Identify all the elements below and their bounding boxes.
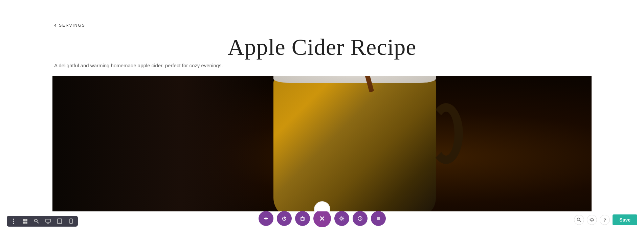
servings-label: 4 SERVINGS [54,23,85,28]
recipe-title: Apple Cider Recipe [0,34,644,61]
mug-handle [429,103,463,164]
cream-topping [273,76,436,83]
svg-rect-3 [23,219,25,221]
center-controls [259,210,386,227]
desktop-icon[interactable] [45,218,51,225]
svg-point-25 [341,218,342,220]
add-button[interactable] [259,211,273,226]
svg-line-8 [37,222,39,224]
layers-button[interactable] [587,215,597,225]
close-button[interactable] [313,210,331,227]
bottom-toolbar: ? Save [0,211,644,230]
svg-rect-6 [25,222,27,224]
search-icon[interactable] [33,218,40,225]
save-button[interactable]: Save [613,214,637,225]
svg-line-28 [360,219,361,220]
settings-button[interactable] [334,211,349,226]
svg-point-15 [71,223,71,223]
svg-point-7 [35,219,37,222]
delete-button[interactable] [295,211,310,226]
svg-point-0 [13,219,14,220]
grid-icon[interactable] [22,218,28,225]
power-button[interactable] [277,211,292,226]
svg-point-13 [59,223,60,223]
sort-button[interactable] [371,211,386,226]
more-options-icon[interactable] [10,218,17,225]
mobile-icon[interactable] [68,218,74,225]
svg-line-33 [580,221,581,222]
svg-rect-18 [301,217,304,221]
main-content: 4 SERVINGS Apple Cider Recipe A delightf… [0,0,644,230]
svg-rect-4 [25,219,27,221]
zoom-button[interactable] [574,215,584,225]
help-button[interactable]: ? [600,215,610,225]
svg-rect-9 [46,219,50,222]
cider-image-bg [52,76,592,211]
left-toolbar-panel [7,216,78,227]
recipe-subtitle: A delightful and warming homemade apple … [54,63,223,68]
mug-body [273,76,436,211]
tablet-icon[interactable] [56,218,63,225]
svg-marker-34 [590,218,594,221]
svg-rect-5 [23,222,25,224]
recipe-image [52,76,592,211]
right-controls: ? Save [574,214,637,225]
svg-point-32 [577,218,580,221]
svg-point-2 [13,223,14,224]
time-button[interactable] [353,211,368,226]
svg-point-1 [13,221,14,222]
bg-dark-left [52,76,268,211]
